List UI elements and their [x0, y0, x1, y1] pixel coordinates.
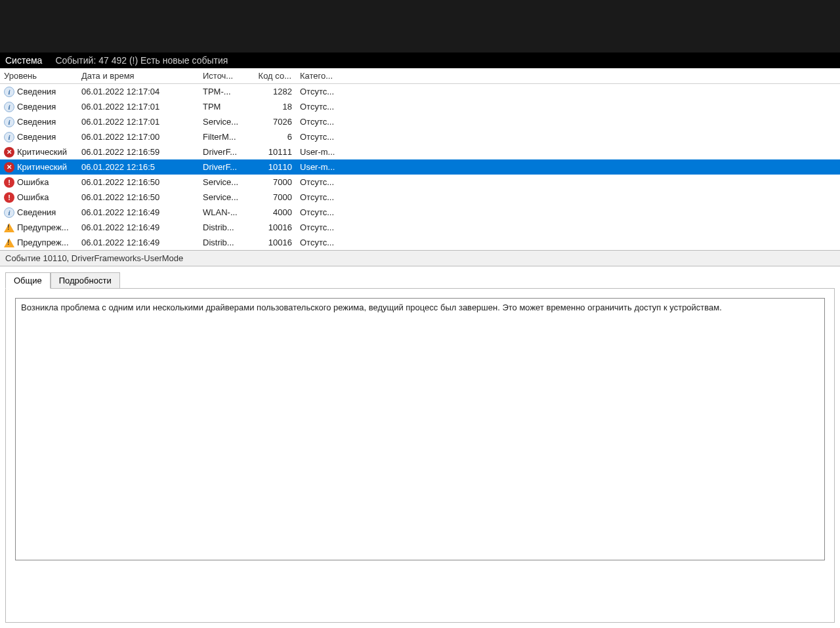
table-row[interactable]: Предупреж...06.01.2022 12:16:49Distrib..…	[0, 235, 840, 250]
cell-category: Отсутс...	[296, 206, 355, 219]
cell-category: Отсутс...	[296, 221, 355, 234]
table-row[interactable]: Сведения06.01.2022 12:17:00FilterM...6От…	[0, 129, 840, 144]
level-text: Сведения	[17, 207, 56, 217]
titlebar-event-count: Событий: 47 492 (!) Есть новые события	[55, 55, 228, 66]
detail-message-box: Возникла проблема с одним или нескольким…	[15, 298, 825, 560]
cell-source: FilterM...	[199, 131, 251, 143]
col-header-category[interactable]: Катего...	[296, 68, 355, 83]
cell-code: 7026	[251, 115, 296, 128]
info-icon	[4, 117, 14, 127]
cell-level: Сведения	[0, 206, 77, 219]
cell-code: 7000	[251, 191, 296, 203]
cell-category: Отсутс...	[296, 236, 355, 249]
col-header-source[interactable]: Источ...	[199, 68, 251, 83]
table-row[interactable]: Сведения06.01.2022 12:17:01Service...702…	[0, 114, 840, 129]
cell-date: 06.01.2022 12:16:49	[77, 221, 199, 234]
cell-code: 6	[251, 131, 296, 143]
level-text: Сведения	[17, 132, 56, 142]
cell-level: Сведения	[0, 131, 77, 144]
level-text: Предупреж...	[17, 238, 69, 247]
titlebar: Система Событий: 47 492 (!) Есть новые с…	[0, 52, 840, 68]
cell-date: 06.01.2022 12:16:49	[77, 236, 199, 249]
cell-category: Отсутс...	[296, 131, 355, 143]
cell-source: Service...	[199, 176, 251, 188]
cell-source: Service...	[199, 191, 251, 203]
cell-date: 06.01.2022 12:16:50	[77, 191, 199, 203]
event-grid: Уровень Дата и время Источ... Код со... …	[0, 68, 840, 250]
cell-category: Отсутс...	[296, 100, 355, 113]
error-icon	[4, 177, 14, 188]
cell-level: Предупреж...	[0, 236, 77, 249]
cell-code: 4000	[251, 206, 296, 219]
critical-icon	[4, 162, 14, 173]
cell-date: 06.01.2022 12:17:01	[77, 100, 199, 113]
table-row[interactable]: Ошибка06.01.2022 12:16:50Service...7000О…	[0, 175, 840, 190]
cell-category: Отсутс...	[296, 115, 355, 128]
error-icon	[4, 192, 14, 203]
detail-tabs: Общие Подробности	[0, 266, 840, 288]
level-text: Ошибка	[17, 177, 49, 187]
cell-date: 06.01.2022 12:16:59	[77, 146, 199, 158]
cell-code: 10016	[251, 221, 296, 234]
cell-level: Критический	[0, 146, 77, 159]
cell-category: Отсутс...	[296, 191, 355, 203]
detail-message-text: Возникла проблема с одним или нескольким…	[21, 303, 722, 312]
cell-level: Сведения	[0, 85, 77, 98]
table-row[interactable]: Критический06.01.2022 12:16:5DriverF...1…	[0, 159, 840, 175]
cell-level: Сведения	[0, 100, 77, 114]
cell-source: TPM-...	[199, 85, 251, 98]
level-text: Сведения	[17, 87, 56, 96]
cell-code: 1282	[251, 85, 296, 98]
tab-details[interactable]: Подробности	[51, 272, 120, 289]
cell-source: DriverF...	[199, 161, 251, 173]
col-header-date[interactable]: Дата и время	[77, 68, 199, 83]
table-row[interactable]: Сведения06.01.2022 12:17:01TPM18Отсутс..…	[0, 99, 840, 114]
cell-source: Service...	[199, 115, 251, 128]
info-icon	[4, 207, 14, 218]
cell-category: User-m...	[296, 161, 355, 173]
cell-date: 06.01.2022 12:17:04	[77, 85, 199, 98]
table-row[interactable]: Критический06.01.2022 12:16:59DriverF...…	[0, 144, 840, 159]
cell-level: Ошибка	[0, 176, 77, 189]
level-text: Сведения	[17, 102, 56, 112]
cell-source: Distrib...	[199, 236, 251, 249]
cell-code: 7000	[251, 176, 296, 188]
cell-category: Отсутс...	[296, 85, 355, 98]
col-header-level[interactable]: Уровень	[0, 68, 77, 83]
cell-source: DriverF...	[199, 146, 251, 158]
detail-pane-header: Событие 10110, DriverFrameworks-UserMode	[0, 250, 840, 266]
cell-level: Предупреж...	[0, 221, 77, 234]
cell-category: User-m...	[296, 146, 355, 158]
grid-body: Сведения06.01.2022 12:17:04TPM-...1282От…	[0, 84, 840, 250]
level-text: Критический	[17, 147, 67, 157]
table-row[interactable]: Предупреж...06.01.2022 12:16:49Distrib..…	[0, 220, 840, 235]
cell-code: 10111	[251, 146, 296, 158]
titlebar-log-name: Система	[5, 55, 42, 66]
cell-date: 06.01.2022 12:17:00	[77, 131, 199, 143]
table-row[interactable]: Сведения06.01.2022 12:16:49WLAN-...4000О…	[0, 205, 840, 220]
col-header-code[interactable]: Код со...	[251, 68, 296, 83]
cell-code: 10110	[251, 161, 296, 173]
level-text: Предупреж...	[17, 222, 69, 232]
info-icon	[4, 132, 14, 142]
info-icon	[4, 87, 14, 97]
cell-level: Критический	[0, 161, 77, 174]
cell-date: 06.01.2022 12:16:5	[77, 161, 199, 173]
cell-date: 06.01.2022 12:17:01	[77, 115, 199, 128]
cell-code: 10016	[251, 236, 296, 249]
warning-icon	[4, 238, 14, 247]
cell-level: Ошибка	[0, 191, 77, 204]
cell-source: WLAN-...	[199, 206, 251, 219]
table-row[interactable]: Сведения06.01.2022 12:17:04TPM-...1282От…	[0, 84, 840, 99]
detail-body: Возникла проблема с одним или нескольким…	[5, 288, 835, 623]
tab-general[interactable]: Общие	[5, 272, 51, 289]
warning-icon	[4, 223, 14, 232]
cell-source: Distrib...	[199, 221, 251, 234]
cell-code: 18	[251, 100, 296, 113]
level-text: Сведения	[17, 117, 56, 127]
level-text: Критический	[17, 162, 67, 172]
cell-level: Сведения	[0, 115, 77, 129]
cell-date: 06.01.2022 12:16:49	[77, 206, 199, 219]
cell-date: 06.01.2022 12:16:50	[77, 176, 199, 188]
table-row[interactable]: Ошибка06.01.2022 12:16:50Service...7000О…	[0, 190, 840, 205]
